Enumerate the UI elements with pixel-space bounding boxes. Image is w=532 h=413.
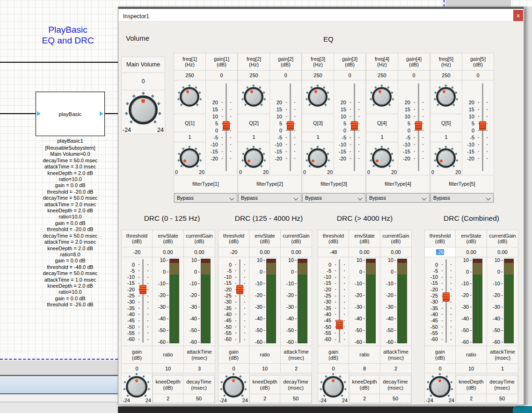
meter-tick-label: -10 (349, 281, 362, 286)
ratio-value[interactable]: 10 (456, 364, 487, 373)
ratio-value[interactable]: 8 (349, 364, 380, 373)
ratio-value[interactable]: 10 (249, 364, 280, 373)
q-knob[interactable]: 020 (174, 142, 205, 175)
gain-value[interactable]: 0 (334, 71, 365, 80)
decaytime-value[interactable]: 50 (183, 394, 214, 403)
q-knob[interactable]: 020 (430, 142, 462, 175)
freq-value[interactable]: 250 (302, 71, 334, 80)
gain-knob[interactable]: -2424 (425, 373, 455, 403)
freq-value[interactable]: 250 (174, 71, 205, 80)
slider-handle[interactable] (287, 121, 294, 130)
gain-knob[interactable]: -2424 (219, 373, 249, 403)
meter-tick-label: -20 (153, 292, 166, 298)
slider-handle[interactable] (351, 121, 358, 130)
knob-tick-icon (320, 381, 323, 384)
playbasic-subsystem-block[interactable]: playBasic (36, 92, 105, 136)
filter-type-dropdown[interactable]: Bypass (302, 193, 365, 203)
slider-tick-label: -15 (219, 280, 232, 286)
filter-type-dropdown[interactable]: Bypass (174, 193, 237, 203)
freq-value[interactable]: 250 (366, 71, 398, 80)
freq-knob[interactable] (174, 80, 205, 114)
slider-tick-label: -45 (122, 318, 135, 323)
kneedepth-value[interactable]: 2 (250, 394, 280, 403)
slider-handle[interactable] (139, 285, 146, 294)
decaytime-value[interactable]: 50 (280, 394, 311, 403)
decaytime-value[interactable]: 50 (487, 394, 517, 403)
slider-tick-icon (442, 339, 443, 340)
slider-handle[interactable] (479, 121, 486, 130)
envstate-meter-cell: 100-10-20-30-40-50-60 (153, 257, 183, 346)
threshold-value[interactable]: -26 (425, 247, 455, 257)
slider-tick-icon (451, 314, 452, 315)
meter-tick-label: -50 (349, 327, 362, 333)
kneedepth-value[interactable]: 2 (456, 394, 486, 403)
slider-track[interactable] (339, 259, 340, 343)
attacktime-value[interactable]: 2 (281, 364, 312, 373)
kneedepth-value[interactable]: 2 (153, 394, 183, 403)
window-titlebar[interactable]: Inspector1 (118, 9, 524, 22)
eq-section-heading: EQ (323, 35, 334, 43)
gain-value[interactable]: 0 (425, 364, 455, 373)
gain-value[interactable]: 0 (270, 71, 301, 80)
slider-track[interactable] (239, 259, 240, 343)
slider-handle[interactable] (336, 320, 343, 329)
gain-header: gain(dB) (318, 346, 349, 363)
slider-tick-icon (222, 102, 223, 103)
q-knob[interactable]: 020 (302, 142, 334, 175)
filter-type-dropdown[interactable]: Bypass (366, 193, 430, 203)
freq-knob[interactable] (238, 80, 270, 114)
knob-tick-icon (370, 159, 372, 161)
decaytime-header: decayTime(msec) (380, 376, 411, 394)
slider-tick-icon (350, 102, 351, 103)
signal-wire[interactable] (0, 62, 118, 63)
gain-value[interactable]: 0 (122, 364, 152, 373)
attacktime-value[interactable]: 1 (487, 364, 518, 373)
main-volume-value[interactable]: 0 (122, 73, 165, 90)
kneedepth-value[interactable]: 2 (350, 394, 379, 403)
meter-tick-label: -10 (249, 281, 262, 286)
q-value[interactable]: 1 (174, 132, 205, 142)
ratio-value[interactable]: 10 (153, 364, 183, 373)
attacktime-value[interactable]: 2 (380, 364, 411, 373)
meter-tick-label: -60 (249, 339, 262, 345)
slider-tick-icon (147, 277, 148, 278)
q-value[interactable]: 1 (366, 132, 398, 142)
meter-tick-icon (394, 272, 396, 272)
slider-handle[interactable] (443, 292, 450, 302)
q-header: Q[2] (238, 114, 270, 132)
freq-value[interactable]: 250 (430, 71, 462, 80)
gain-value[interactable]: 0 (462, 71, 494, 80)
q-value[interactable]: 1 (430, 132, 462, 142)
q-value[interactable]: 1 (302, 132, 334, 142)
slider-track[interactable] (142, 259, 144, 343)
freq-value[interactable]: 250 (238, 71, 270, 80)
gain-value[interactable]: 0 (398, 71, 430, 80)
slider-handle[interactable] (236, 285, 243, 294)
main-volume-knob[interactable]: -2424 (122, 90, 165, 134)
freq-knob[interactable] (366, 80, 398, 114)
threshold-value[interactable]: -20 (122, 247, 152, 257)
input-wire[interactable] (0, 113, 36, 114)
freq-knob[interactable] (302, 80, 334, 114)
gain-slider: 20151050-5-10-15-20 (270, 80, 301, 175)
close-button[interactable]: x (513, 10, 523, 21)
gain-knob-cell: -2424 (219, 373, 249, 403)
q-knob[interactable]: 020 (238, 142, 270, 175)
threshold-value[interactable]: -48 (318, 247, 349, 257)
filter-type-dropdown[interactable]: Bypass (238, 193, 301, 203)
slider-handle[interactable] (415, 121, 422, 130)
gain-knob[interactable]: -2424 (122, 373, 152, 403)
filter-type-dropdown[interactable]: Bypass (430, 193, 494, 203)
gain-value[interactable]: 0 (219, 364, 249, 373)
freq-knob[interactable] (430, 80, 462, 114)
attacktime-value[interactable]: 3 (184, 364, 215, 373)
gain-knob[interactable]: -2424 (318, 373, 349, 403)
slider-handle[interactable] (223, 121, 230, 130)
threshold-value[interactable]: -20 (219, 247, 249, 257)
output-wire[interactable] (105, 113, 118, 114)
gain-value[interactable]: 0 (206, 71, 237, 80)
q-knob[interactable]: 020 (366, 142, 398, 175)
decaytime-value[interactable]: 50 (380, 394, 411, 403)
q-value[interactable]: 1 (238, 132, 270, 142)
gain-value[interactable]: 0 (318, 364, 349, 373)
